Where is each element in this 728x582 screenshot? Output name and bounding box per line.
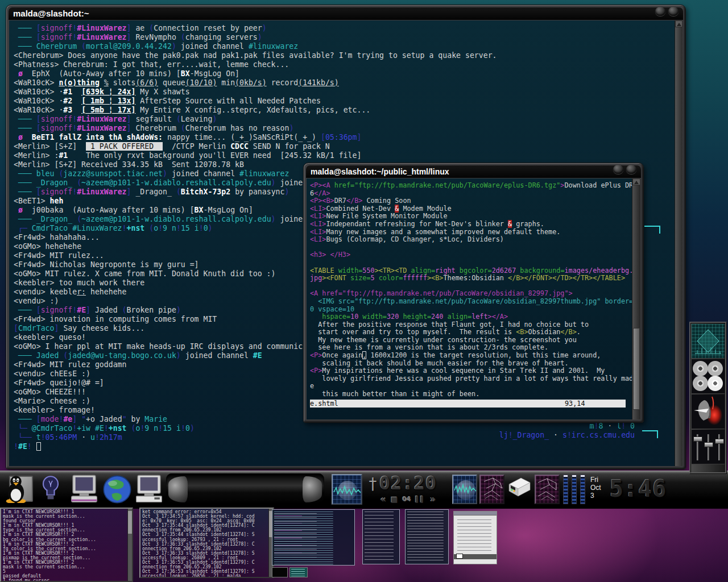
taskbar: † 02:20 « ■ 04 ▌▌ » bbox=[0, 471, 728, 509]
syslog-terminal-window[interactable]: ket command error: error=0x54Oct 3 17:34… bbox=[139, 508, 274, 578]
minimized-window-black[interactable] bbox=[272, 567, 288, 577]
taskbar-item-scope-b[interactable] bbox=[452, 475, 477, 504]
minimized-window-teal[interactable] bbox=[289, 567, 308, 577]
level-meter-bar bbox=[563, 475, 568, 504]
dock-item-mixer[interactable] bbox=[692, 430, 725, 464]
scroll-marker-bracket bbox=[644, 226, 660, 234]
debug-terminal-scrollbar[interactable] bbox=[127, 509, 132, 581]
taskbar-item-workstation[interactable] bbox=[134, 475, 164, 504]
pager-browser-miniature[interactable] bbox=[453, 511, 497, 564]
editor-terminal-window: malda@slashdot:~/public_html/linux <P><A… bbox=[303, 163, 644, 423]
cd-counter-widget: † 02:20 « ■ 04 ▌▌ » bbox=[367, 472, 452, 508]
irc-window-title: malda@slashdot:~ bbox=[13, 9, 89, 18]
editor-statusbar: e.shtml 93,14 bbox=[310, 400, 626, 408]
wireframe-monitor-icon bbox=[536, 476, 559, 503]
editor-content[interactable]: <P><A href="ftp://ftp.mandrake.net/pub/T… bbox=[307, 178, 632, 419]
pager-terminal-miniature[interactable] bbox=[405, 509, 449, 564]
lightbulb-icon bbox=[36, 475, 65, 504]
clock-display: 5:46 bbox=[610, 476, 667, 502]
computer-monitor-icon bbox=[134, 475, 164, 504]
dock-item-netmonitor[interactable] bbox=[692, 324, 725, 359]
taskbar-item-terminal[interactable] bbox=[69, 475, 99, 504]
level-meter-bar bbox=[572, 475, 577, 504]
irc-right-status: m!8 · l! 0lj!_Dragon_ · s!irc.cs.cmu.edu bbox=[499, 422, 635, 440]
level-meter-bar bbox=[580, 475, 585, 504]
wireframe-monitor-icon bbox=[481, 476, 503, 503]
taskbar-item-render-b[interactable] bbox=[535, 475, 560, 504]
dock-item-cdplayer[interactable] bbox=[692, 359, 725, 394]
irc-window-titlebar[interactable]: malda@slashdot:~ bbox=[9, 7, 683, 20]
oscilloscope-icon bbox=[453, 476, 477, 503]
irc-scrollbar[interactable] bbox=[675, 20, 682, 466]
disk-drive-icon bbox=[506, 475, 532, 501]
pager-terminal-miniature[interactable] bbox=[362, 509, 400, 564]
taskbar-item-ideas[interactable] bbox=[36, 475, 66, 504]
scroll-up-arrow-icon[interactable] bbox=[632, 178, 640, 185]
earth-globe-icon bbox=[102, 475, 132, 504]
computer-monitor-icon bbox=[69, 475, 99, 504]
miniature-titlebar bbox=[454, 512, 497, 516]
debug-terminal-window[interactable]: I'm in CTXT NEWCURSOR!!! 1mask is the cu… bbox=[0, 508, 133, 582]
window-button-icon[interactable] bbox=[613, 165, 623, 174]
track-number: 04 bbox=[403, 496, 411, 503]
desktop: malda@slashdot:~ ─── [signoff!#LinuxWare… bbox=[0, 0, 728, 582]
editor-cursor-position: 93,14 bbox=[565, 400, 585, 408]
tux-icon bbox=[3, 475, 28, 503]
forward-button[interactable]: » bbox=[430, 494, 436, 505]
panel-left-knob[interactable] bbox=[168, 476, 188, 502]
miniature-text-decoration bbox=[363, 510, 399, 564]
window-button-icon[interactable] bbox=[655, 7, 665, 16]
taskbar-item-drive[interactable] bbox=[506, 475, 532, 504]
taskbar-item-browser[interactable] bbox=[102, 475, 132, 504]
pager-irc-miniature[interactable] bbox=[272, 509, 355, 566]
editor-window-titlebar[interactable]: malda@slashdot:~/public_html/linux bbox=[306, 165, 641, 178]
miniature-text-decoration bbox=[290, 568, 307, 577]
oscilloscope-icon bbox=[333, 475, 361, 504]
counter-display: 02:20 bbox=[379, 472, 437, 494]
editor-scrollbar-thumb[interactable] bbox=[633, 328, 640, 410]
editor-filename: e.shtml bbox=[310, 400, 338, 408]
pause-button[interactable]: ▌▌ bbox=[416, 496, 425, 502]
calendar-month: Oct bbox=[590, 484, 601, 492]
taskbar-item-scope-a[interactable] bbox=[332, 474, 362, 505]
rewind-button[interactable]: « bbox=[380, 494, 386, 505]
right-dock bbox=[689, 322, 727, 474]
counter-marker-icon: † bbox=[368, 475, 378, 493]
window-button-icon[interactable] bbox=[626, 165, 636, 174]
network-grid-monitor-icon bbox=[692, 324, 725, 358]
window-button-icon[interactable] bbox=[668, 7, 679, 16]
debug-terminal-lines: I'm in CTXT NEWCURSOR!!! 1mask is the cu… bbox=[3, 510, 126, 582]
syslog-terminal-lines: ket command error: error=0x54Oct 3 17:34… bbox=[142, 510, 267, 578]
editor-window-title: malda@slashdot:~/public_html/linux bbox=[311, 167, 449, 176]
editor-scrollbar[interactable] bbox=[632, 178, 640, 419]
miniature-text-decoration bbox=[272, 510, 354, 565]
calendar-display: Fri Oct 3 bbox=[590, 476, 601, 500]
taskbar-item-tux[interactable] bbox=[3, 475, 33, 504]
panel-right-knob[interactable] bbox=[303, 476, 322, 502]
dock-item-quake[interactable] bbox=[692, 394, 725, 429]
stop-button[interactable]: ■ bbox=[391, 495, 398, 504]
scroll-up-arrow-icon[interactable] bbox=[675, 20, 682, 27]
miniature-button bbox=[456, 554, 463, 559]
miniature-text-decoration bbox=[406, 510, 448, 564]
level-meters bbox=[563, 475, 589, 504]
calendar-weekday: Fri bbox=[590, 476, 601, 484]
editor-code-lines: <P><A href="ftp://ftp.mandrake.net/pub/T… bbox=[310, 181, 632, 398]
quake-helmet-icon bbox=[692, 394, 725, 429]
taskbar-item-render-a[interactable] bbox=[479, 475, 504, 504]
cd-transport-controls: « ■ 04 ▌▌ » bbox=[380, 494, 436, 505]
calendar-day: 3 bbox=[590, 492, 601, 500]
cd-transport-panel bbox=[166, 473, 324, 505]
scroll-marker-bracket bbox=[642, 430, 658, 438]
